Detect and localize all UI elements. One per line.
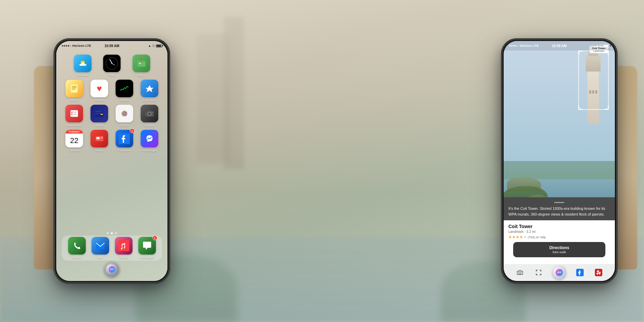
page-dots [56,232,167,234]
svg-rect-41 [541,274,541,275]
ar-yelp-icon[interactable] [594,268,603,277]
app-photos[interactable]: Photos [113,105,136,127]
app-appstore[interactable]: App Store [138,80,161,102]
dock-music[interactable]: Music [114,237,133,259]
app-row-3: Reminders Wallet [62,105,162,127]
star1: ★ [508,235,512,239]
svg-rect-25 [100,137,103,138]
clock-label: Clock [108,74,116,77]
facebook-badge: 1 [130,128,135,133]
facebook-icon: 1 [116,130,133,147]
dock: Phone Mail [62,236,162,261]
messages-dock-icon: 1 [138,237,156,255]
siri-button-left[interactable] [104,262,119,277]
app-weather[interactable]: Weather [72,55,94,77]
svg-point-14 [71,116,73,117]
app-maps[interactable]: Maps [130,55,153,77]
svg-point-32 [108,266,115,273]
svg-rect-37 [541,270,541,271]
facebook-label: Facebook [118,149,131,152]
bt-right: ⬡ [600,44,602,47]
svg-rect-13 [73,114,77,115]
bluetooth-icon-left: ⬡ [152,44,155,47]
clock-icon [103,55,121,72]
time-right: 10:09 AM [552,44,567,48]
svg-rect-6 [72,87,77,88]
messenger-label: Messenger [142,149,157,152]
signal-right: ▲ [596,44,599,47]
camera-icon-app [141,105,158,122]
right-phone-screen: Coit Tower Landmark ●●●●○ Horizon LTE 10… [504,41,615,281]
svg-rect-19 [95,111,101,112]
app-stocks[interactable]: Stocks [113,80,136,102]
calendar-label: Calendar [68,149,81,152]
cal-date: 22 [65,134,83,147]
svg-rect-44 [595,269,602,276]
directions-button[interactable]: Directions 54m walk [513,242,605,257]
ar-facebook-icon[interactable] [575,268,585,277]
ar-rating: ★ ★ ★ ★ ★ (754) on Yelp [508,235,610,239]
health-label: Health [95,99,104,102]
news-icon [90,130,108,147]
left-phone-screen: ●●●●○ Horizon LTE 10:09 AM ▲ ⬡ [56,41,167,281]
mail-dock-label: Mail [97,256,103,259]
ar-place-title: Coit Tower [508,224,610,229]
appstore-label: App Store [143,99,156,102]
app-news[interactable]: News [88,130,110,152]
app-row-2: Notes ♥ Health [62,80,162,102]
directions-label: Directions [517,245,602,250]
maps-label: Maps [137,74,145,77]
rating-count: (754) on Yelp [528,236,546,239]
svg-rect-8 [119,83,130,94]
ar-screen: Coit Tower Landmark ●●●●○ Horizon LTE 10… [504,41,615,281]
svg-rect-5 [72,86,77,87]
app-facebook[interactable]: 1 Facebook [113,130,136,152]
battery-right [603,44,609,47]
svg-rect-27 [96,140,103,140]
right-phone-wrapper: Coit Tower Landmark ●●●●○ Horizon LTE 10… [502,39,617,283]
dock-messages[interactable]: 1 Messages [138,237,157,259]
siri-inner-left [106,263,118,276]
svg-point-10 [71,112,73,113]
status-right-right: ▲ ⬡ [596,44,609,47]
ar-scan-icon[interactable] [534,268,543,277]
messages-badge: 1 [153,236,157,240]
reminders-label: Reminders [67,124,82,127]
dot-3 [115,232,117,234]
status-right-left: ▲ ⬡ [148,44,162,47]
app-health[interactable]: ♥ Health [88,80,110,102]
ar-info-panel: It's the Coit Tower. Storied 1930s-era b… [504,197,615,264]
mail-dock-icon [92,237,109,255]
svg-rect-3 [139,63,141,64]
ar-description-text: It's the Coit Tower. Storied 1930s-era b… [508,206,605,216]
app-calendar[interactable]: Tuesday 22 Calendar [63,130,85,152]
right-phone: Coit Tower Landmark ●●●●○ Horizon LTE 10… [502,39,617,283]
ar-recognition-box [578,51,609,110]
app-clock[interactable]: Clock [101,55,123,77]
app-grid: Weather Clock [56,51,167,158]
heart-symbol: ♥ [97,84,102,93]
dock-mail[interactable]: Mail [91,237,110,259]
svg-rect-18 [101,114,103,115]
carrier-right: ●●●●○ Horizon LTE [509,44,539,47]
dot-2-active [111,232,113,234]
calendar-icon: Tuesday 22 [65,130,83,147]
app-reminders[interactable]: Reminders [63,105,85,127]
app-wallet[interactable]: Wallet [88,105,110,127]
ar-camera-icon[interactable] [515,268,525,277]
photos-label: Photos [120,124,129,127]
weather-label: Weather [77,74,88,77]
dock-phone[interactable]: Phone [67,237,86,259]
status-bar-right: ●●●●○ Horizon LTE 10:09 AM ▲ ⬡ [504,41,615,51]
app-camera[interactable]: Camera [138,105,161,127]
siri-button-right[interactable] [552,266,566,279]
svg-rect-26 [100,138,103,139]
ar-corner-tl [578,51,582,55]
reminders-icon [65,105,83,122]
phone-dock-label: Phone [72,256,81,259]
star3: ★ [516,235,519,239]
health-icon: ♥ [90,80,108,97]
app-messenger[interactable]: Messenger [138,130,161,152]
ar-bottom-bar [504,264,615,281]
app-notes[interactable]: Notes [63,80,85,102]
